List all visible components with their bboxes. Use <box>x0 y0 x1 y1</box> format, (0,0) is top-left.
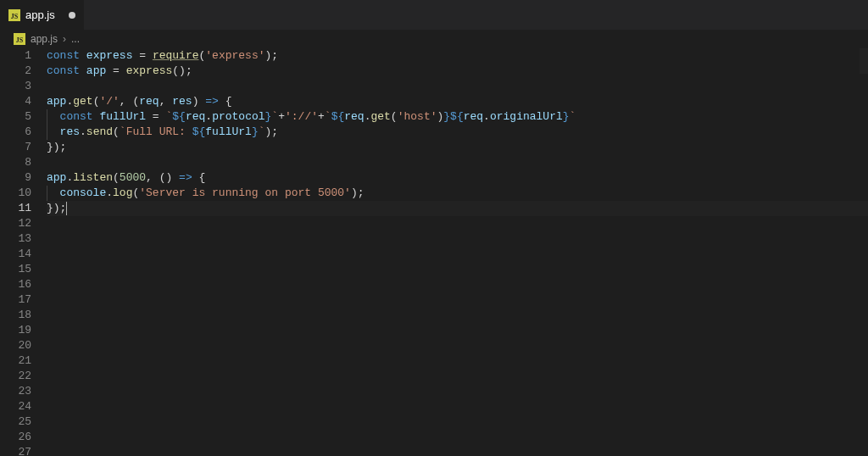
code-line[interactable] <box>47 292 868 308</box>
tab-bar: JS app.js <box>0 0 868 30</box>
line-number: 21 <box>0 353 31 369</box>
breadcrumb-file: app.js <box>31 33 58 45</box>
tab-appjs[interactable]: JS app.js <box>0 0 85 30</box>
code-line[interactable]: }); <box>47 140 868 155</box>
breadcrumb[interactable]: JS app.js › ... <box>0 30 868 48</box>
line-number: 13 <box>0 231 31 247</box>
tab-label: app.js <box>25 8 55 21</box>
code-line[interactable]: console.log('Server is running on port 5… <box>47 186 868 201</box>
line-number: 5 <box>0 109 31 125</box>
js-file-icon: JS <box>8 9 20 21</box>
code-line[interactable] <box>47 323 868 338</box>
code-line[interactable]: app.listen(5000, () => { <box>47 170 868 186</box>
line-number: 18 <box>0 308 31 323</box>
line-number: 25 <box>0 414 31 430</box>
svg-text:JS: JS <box>16 36 24 44</box>
line-number: 23 <box>0 384 31 399</box>
line-number: 2 <box>0 64 31 79</box>
code-line[interactable]: const app = express(); <box>47 64 868 79</box>
breadcrumb-tail: ... <box>71 33 80 45</box>
line-number: 15 <box>0 262 31 277</box>
line-number: 11 <box>0 201 31 216</box>
line-number: 1 <box>0 48 31 64</box>
line-number: 17 <box>0 292 31 308</box>
line-number: 7 <box>0 140 31 155</box>
minimap[interactable] <box>860 48 868 74</box>
code-line[interactable]: }); <box>47 201 868 216</box>
line-number: 9 <box>0 170 31 186</box>
line-number: 4 <box>0 94 31 109</box>
code-line[interactable]: const fullUrl = `${req.protocol}`+'://'+… <box>47 109 868 125</box>
line-number: 20 <box>0 338 31 353</box>
code-line[interactable]: res.send(`Full URL: ${fullUrl}`); <box>47 125 868 140</box>
line-number: 16 <box>0 277 31 292</box>
code-line[interactable] <box>47 430 868 445</box>
text-cursor <box>66 202 67 215</box>
line-number: 27 <box>0 445 31 456</box>
svg-text:JS: JS <box>11 13 19 20</box>
line-number: 6 <box>0 125 31 140</box>
editor[interactable]: 1234567891011121314151617181920212223242… <box>0 48 868 456</box>
code-line[interactable] <box>47 338 868 353</box>
code-line[interactable] <box>47 247 868 262</box>
line-number: 26 <box>0 430 31 445</box>
line-number: 24 <box>0 399 31 414</box>
line-number: 12 <box>0 216 31 231</box>
line-number: 22 <box>0 369 31 384</box>
code-area[interactable]: const express = require('express');const… <box>47 48 868 456</box>
js-file-icon: JS <box>14 33 25 45</box>
code-line[interactable] <box>47 414 868 430</box>
line-number-gutter: 1234567891011121314151617181920212223242… <box>0 48 47 456</box>
code-line[interactable] <box>47 369 868 384</box>
line-number: 3 <box>0 79 31 94</box>
code-line[interactable] <box>47 216 868 231</box>
code-line[interactable]: app.get('/', (req, res) => { <box>47 94 868 109</box>
code-line[interactable] <box>47 399 868 414</box>
code-line[interactable] <box>47 353 868 369</box>
unsaved-dot-icon <box>69 12 75 19</box>
chevron-right-icon: › <box>63 33 66 45</box>
code-line[interactable] <box>47 262 868 277</box>
code-line[interactable] <box>47 445 868 456</box>
line-number: 10 <box>0 186 31 201</box>
code-line[interactable] <box>47 277 868 292</box>
line-number: 8 <box>0 155 31 170</box>
line-number: 19 <box>0 323 31 338</box>
code-line[interactable] <box>47 384 868 399</box>
code-line[interactable] <box>47 308 868 323</box>
code-line[interactable]: const express = require('express'); <box>47 48 868 64</box>
line-number: 14 <box>0 247 31 262</box>
code-line[interactable] <box>47 231 868 247</box>
code-line[interactable] <box>47 79 868 94</box>
code-line[interactable] <box>47 155 868 170</box>
